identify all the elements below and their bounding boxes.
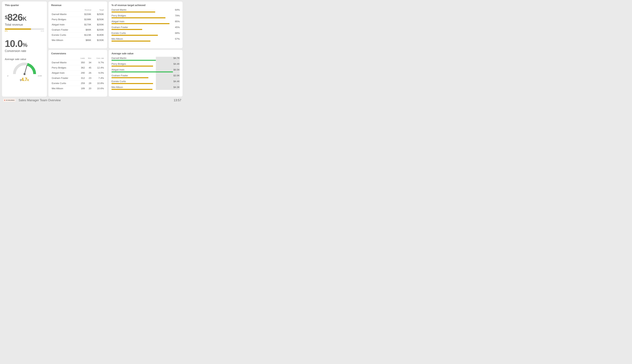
avg-sale-gauge: $0 $8,000 $4.7K xyxy=(5,62,44,82)
col-header: Revenue xyxy=(79,8,92,12)
col-header xyxy=(51,57,77,60)
logo-icon: ※ xyxy=(4,99,6,101)
revenue-progress-labels: 67% $1.2M xyxy=(5,30,44,32)
col-header: Leads xyxy=(77,57,85,60)
col-header xyxy=(51,8,79,12)
hbar-value: 45% xyxy=(175,26,180,29)
hbar-name: Mei Allison xyxy=(112,38,123,40)
achieved-bars: Darnell Martin64%Perry Bridges79%Abigail… xyxy=(112,8,180,42)
hbar-name: Abigail Irwin xyxy=(112,68,124,71)
brand-name: XO HOLDINGS xyxy=(6,100,15,101)
hbar-value: 79% xyxy=(175,14,180,17)
conversions-card: Conversions LeadsWonConv. rate Darnell M… xyxy=(48,50,107,96)
dashboard: This quarter $826K Total revenue 67% $1.… xyxy=(0,0,184,104)
hbar-value: $4.4K xyxy=(174,62,180,65)
revenue-title: Revenue xyxy=(51,4,104,7)
svg-point-1 xyxy=(24,73,26,75)
hbar-value: $4.3K xyxy=(174,86,180,88)
conversion-rate-value: 10.0% xyxy=(5,39,44,48)
avg-sale-label: Average sale value xyxy=(5,58,44,61)
clock: 13:57 xyxy=(174,98,181,102)
hbar-name: Mei Allison xyxy=(112,86,123,88)
table-row: Perry Bridges3624512.4% xyxy=(51,65,104,70)
hbar-name: Darnell Martin xyxy=(112,8,126,11)
hbar-value: $3.9K xyxy=(174,74,180,77)
total-revenue-value: $826K xyxy=(5,12,44,22)
progress-target: $1.2M xyxy=(41,30,44,32)
revenue-table: RevenueTarget Darnell Martin$159K$250KPe… xyxy=(51,8,104,43)
hbar-name: Abigail Irwin xyxy=(112,20,124,23)
hbar-row: Esmée Curtis$4.4K xyxy=(112,80,180,84)
achieved-title: % of revenue target achieved xyxy=(112,4,180,7)
brand-logo: ※ XO HOLDINGS xyxy=(3,99,16,102)
table-row: Mei Allison$86K$150K xyxy=(51,38,104,43)
col-header: Target xyxy=(92,8,104,12)
hbar-row: Darnell Martin$4.7K xyxy=(112,57,180,61)
conversion-rate-label: Conversion rate xyxy=(5,49,44,53)
hbar-name: Darnell Martin xyxy=(112,57,126,60)
table-row: Graham Fowler$90K$200K xyxy=(51,27,104,32)
table-row: Esmée Curtis$123K$180K xyxy=(51,32,104,38)
summary-card: This quarter $826K Total revenue 67% $1.… xyxy=(2,2,47,96)
hbar-row: Darnell Martin64% xyxy=(112,8,180,12)
table-row: Darnell Martin350349.7% xyxy=(51,60,104,65)
footer: ※ XO HOLDINGS Sales Manager Team Overvie… xyxy=(2,98,182,104)
conversions-title: Conversions xyxy=(51,52,104,55)
hbar-name: Graham Fowler xyxy=(112,26,128,29)
hbar-row: Graham Fowler$3.9K xyxy=(112,74,180,78)
hbar-name: Esmée Curtis xyxy=(112,32,126,34)
hbar-value: 57% xyxy=(175,38,180,40)
target-shade xyxy=(156,57,180,90)
hbar-row: Abigail Irwin85% xyxy=(112,20,180,24)
hbar-row: Mei Allison57% xyxy=(112,38,180,42)
table-row: Perry Bridges$198K$250K xyxy=(51,17,104,22)
currency-prefix: $ xyxy=(5,14,7,20)
table-row: Esmée Curtis2592810.8% xyxy=(51,81,104,86)
hbar-value: 85% xyxy=(175,20,180,23)
table-row: Mei Allison1892010.6% xyxy=(51,86,104,91)
revenue-progress-bar xyxy=(5,28,44,30)
hbar-value: $6.5K xyxy=(174,68,180,71)
gauge-value: $4.7K xyxy=(5,77,44,82)
progress-pct: 67% xyxy=(5,30,8,32)
hbar-value: 64% xyxy=(175,8,180,11)
gauge-max: $8,000 xyxy=(38,75,42,76)
avg-sale-card: Average sale value Darnell Martin$4.7KPe… xyxy=(109,50,182,96)
table-row: Graham Fowler312237.4% xyxy=(51,76,104,81)
hbar-value: $4.4K xyxy=(174,80,180,83)
gauge-min: $0 xyxy=(7,75,8,76)
achieved-card: % of revenue target achieved Darnell Mar… xyxy=(109,2,182,48)
total-revenue-label: Total revenue xyxy=(5,23,44,26)
hbar-name: Perry Bridges xyxy=(112,62,126,65)
hbar-row: Esmée Curtis68% xyxy=(112,32,180,36)
hbar-row: Graham Fowler45% xyxy=(112,26,180,30)
hbar-name: Graham Fowler xyxy=(112,74,128,77)
conversions-table: LeadsWonConv. rate Darnell Martin350349.… xyxy=(51,57,104,91)
avg-sale-title: Average sale value xyxy=(112,52,180,55)
hbar-row: Perry Bridges79% xyxy=(112,14,180,18)
hbar-row: Mei Allison$4.3K xyxy=(112,86,180,90)
hbar-name: Perry Bridges xyxy=(112,14,126,17)
svg-line-0 xyxy=(24,65,27,74)
revenue-card: Revenue RevenueTarget Darnell Martin$159… xyxy=(48,2,107,48)
col-header: Won xyxy=(85,57,92,60)
avg-sale-bars: Darnell Martin$4.7KPerry Bridges$4.4KAbi… xyxy=(112,57,180,90)
hbar-row: Abigail Irwin$6.5K xyxy=(112,68,180,72)
table-row: Abigail Irwin$170K$200K xyxy=(51,22,104,27)
col-header: Conv. rate xyxy=(92,57,104,60)
page-title: Sales Manager Team Overview xyxy=(18,98,61,102)
table-row: Darnell Martin$159K$250K xyxy=(51,12,104,17)
hbar-value: 68% xyxy=(175,32,180,34)
hbar-row: Perry Bridges$4.4K xyxy=(112,62,180,66)
summary-title: This quarter xyxy=(5,4,44,7)
hbar-name: Esmée Curtis xyxy=(112,80,126,83)
hbar-value: $4.7K xyxy=(174,57,180,60)
table-row: Abigail Irwin290269.0% xyxy=(51,70,104,76)
